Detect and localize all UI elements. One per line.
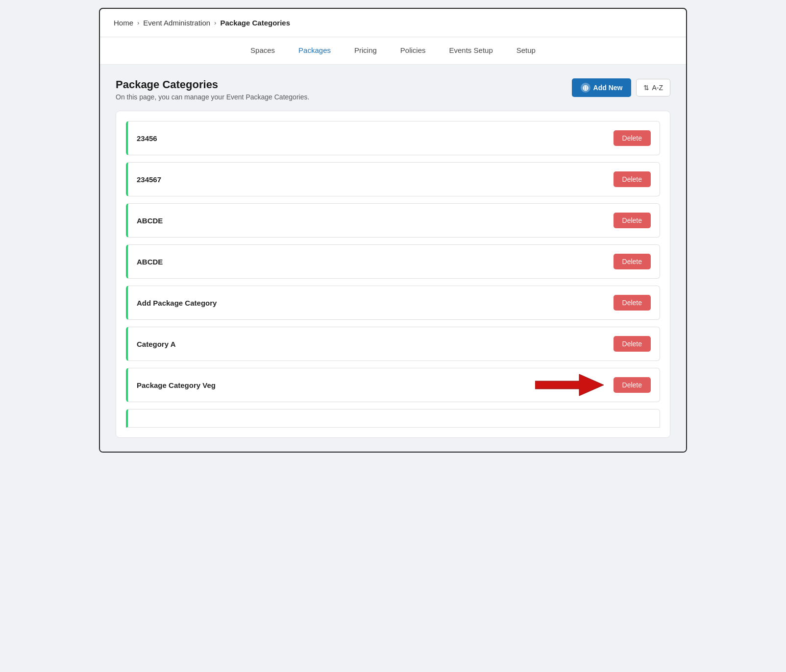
sort-icon: ⇅ (643, 84, 649, 92)
category-item: ABCDEDelete (126, 203, 660, 238)
nav-tab-policies[interactable]: Policies (400, 46, 426, 55)
category-name: 234567 (137, 175, 161, 184)
breadcrumb-sep-1: › (137, 19, 139, 26)
nav-tab-setup[interactable]: Setup (516, 46, 536, 55)
delete-button[interactable]: Delete (614, 213, 651, 228)
category-list: 23456Delete234567DeleteABCDEDeleteABCDED… (116, 111, 670, 438)
red-arrow-annotation (535, 373, 604, 397)
breadcrumb-home[interactable]: Home (114, 19, 133, 27)
page-subtitle: On this page, you can manage your Event … (116, 93, 309, 101)
item-actions: Delete (614, 213, 651, 228)
item-actions: Delete (614, 295, 651, 311)
category-item: 23456Delete (126, 121, 660, 155)
header-actions: ⊕ Add New ⇅ A-Z (572, 78, 670, 97)
nav-tabs: SpacesPackagesPricingPoliciesEvents Setu… (100, 37, 686, 65)
nav-tab-spaces[interactable]: Spaces (250, 46, 275, 55)
item-actions: Delete (614, 171, 651, 187)
page-header: Package Categories On this page, you can… (116, 78, 670, 101)
main-content: Package Categories On this page, you can… (100, 65, 686, 452)
page-title-section: Package Categories On this page, you can… (116, 78, 309, 101)
delete-button[interactable]: Delete (614, 171, 651, 187)
delete-button[interactable]: Delete (614, 377, 651, 393)
sort-label: A-Z (652, 84, 663, 92)
category-item: Category ADelete (126, 327, 660, 361)
delete-button[interactable]: Delete (614, 336, 651, 352)
add-new-button[interactable]: ⊕ Add New (572, 78, 632, 97)
item-actions: Delete (614, 377, 651, 393)
category-item: Package Category VegDelete (126, 368, 660, 402)
category-name: ABCDE (137, 216, 163, 225)
page-wrapper: Home › Event Administration › Package Ca… (99, 8, 687, 453)
add-new-label: Add New (593, 84, 623, 92)
item-actions: Delete (614, 336, 651, 352)
breadcrumb-current: Package Categories (220, 19, 290, 27)
sort-button[interactable]: ⇅ A-Z (636, 79, 670, 96)
category-item-partial (126, 409, 660, 428)
category-item: Add Package CategoryDelete (126, 286, 660, 320)
category-name: 23456 (137, 134, 157, 143)
nav-tab-pricing[interactable]: Pricing (354, 46, 377, 55)
category-item: 234567Delete (126, 162, 660, 196)
category-name: Add Package Category (137, 299, 217, 307)
plus-icon: ⊕ (581, 83, 590, 93)
breadcrumb-section[interactable]: Event Administration (143, 19, 210, 27)
svg-marker-0 (535, 374, 604, 396)
item-actions: Delete (614, 130, 651, 146)
nav-tab-packages[interactable]: Packages (298, 46, 331, 55)
category-name: Category A (137, 340, 175, 348)
category-name: ABCDE (137, 258, 163, 266)
nav-tab-events-setup[interactable]: Events Setup (449, 46, 493, 55)
category-name: Package Category Veg (137, 381, 216, 389)
breadcrumb-sep-2: › (214, 19, 216, 26)
breadcrumb: Home › Event Administration › Package Ca… (100, 9, 686, 37)
category-item: ABCDEDelete (126, 244, 660, 279)
page-title: Package Categories (116, 78, 309, 91)
delete-button[interactable]: Delete (614, 130, 651, 146)
item-actions: Delete (614, 254, 651, 269)
delete-button[interactable]: Delete (614, 254, 651, 269)
delete-button[interactable]: Delete (614, 295, 651, 311)
